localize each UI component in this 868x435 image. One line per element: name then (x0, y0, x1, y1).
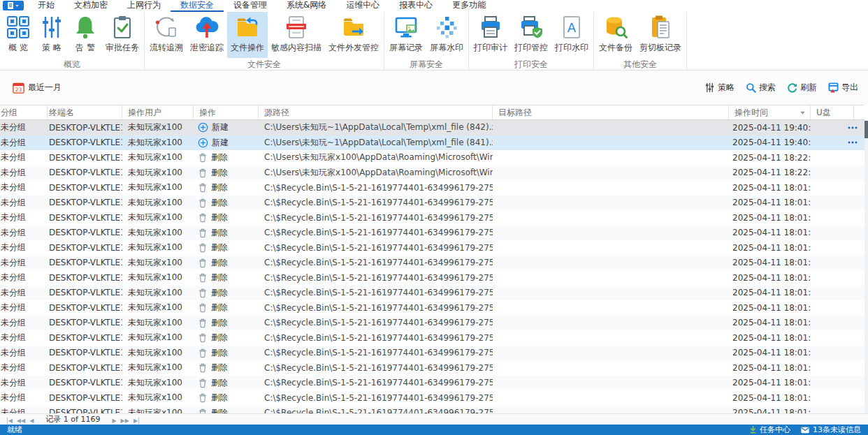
next-page-button[interactable]: ▶ (110, 418, 118, 424)
menu-tab-6[interactable]: 运维中心 (336, 0, 389, 12)
ribbon-item-4-1[interactable]: 剪切板记录 (636, 12, 685, 58)
ribbon-item-0-2[interactable]: 告 警 (68, 12, 102, 58)
ribbon-item-1-2[interactable]: 文件操作 (227, 12, 268, 58)
cell-group: 未分组 (0, 121, 48, 133)
table-row[interactable]: 未分组DESKTOP-VLKTLE1未知玩家x100删除C:\$Recycle.… (0, 300, 865, 316)
ribbon-group-label: 屏幕安全 (386, 58, 467, 72)
vertical-scrollbar[interactable] (865, 120, 868, 413)
cell-group: 未分组 (0, 362, 48, 374)
cell-source-path: C:\Users\未知玩~1\AppData\Local\Temp\xml_fi… (259, 137, 493, 149)
app-menu-button[interactable] (3, 1, 24, 10)
toolbar-action-label: 刷新 (800, 82, 817, 94)
first-page-button[interactable]: |◀ (4, 418, 15, 424)
cell-terminal: DESKTOP-VLKTLE1 (48, 378, 122, 388)
prev-page-button[interactable]: ◀ (27, 418, 36, 424)
ribbon-item-1-0[interactable]: 流转追溯 (146, 12, 187, 58)
cell-operation: 删除 (194, 212, 259, 223)
table-row[interactable]: 未分组DESKTOP-VLKTLE1未知玩家x100删除C:\$Recycle.… (0, 376, 865, 391)
ribbon-item-3-1[interactable]: 打印管控 (511, 12, 551, 58)
ribbon-item-0-1[interactable]: 策 略 (35, 12, 68, 58)
table-row[interactable]: 未分组DESKTOP-VLKTLE1未知玩家x100删除C:\Users\未知玩… (0, 165, 865, 181)
table-row[interactable]: 未分组DESKTOP-VLKTLE1未知玩家x100删除C:\$Recycle.… (0, 390, 865, 406)
cell-operation: 删除 (194, 332, 259, 344)
ribbon-item-2-1[interactable]: 屏幕水印 (426, 12, 467, 58)
table-row[interactable]: 未分组DESKTOP-VLKTLE1未知玩家x100删除C:\$Recycle.… (0, 196, 865, 211)
column-header-3[interactable]: 操作 (194, 105, 259, 119)
cell-user: 未知玩家x100 (122, 377, 194, 389)
menu-tab-5[interactable]: 系统&网络 (277, 0, 336, 12)
table-row[interactable]: 未分组DESKTOP-VLKTLE1未知玩家x100删除C:\$Recycle.… (0, 360, 865, 376)
menu-tab-3[interactable]: 数据安全 (171, 0, 224, 12)
last-page-button[interactable]: ▶| (131, 418, 142, 424)
ribbon-item-3-2[interactable]: A打印水印 (551, 12, 592, 58)
table-row[interactable]: 未分组DESKTOP-VLKTLE1未知玩家x100删除C:\$Recycle.… (0, 256, 865, 271)
table-row[interactable]: 未分组DESKTOP-VLKTLE1未知玩家x100删除C:\$Recycle.… (0, 316, 865, 331)
toolbar-action-1[interactable]: 搜索 (746, 82, 776, 94)
column-header-4[interactable]: 源路径 (259, 105, 493, 119)
date-range-label: 最近一月 (28, 82, 62, 94)
row-actions-menu-button[interactable] (846, 124, 860, 131)
ribbon-item-1-1[interactable]: 泄密追踪 (187, 12, 227, 58)
ribbon-item-0-0[interactable]: 概 览 (1, 12, 35, 58)
scrollbar-thumb[interactable] (865, 121, 868, 138)
next-fast-button[interactable]: ▶▶ (119, 418, 131, 424)
menu-tab-0[interactable]: 开始 (28, 0, 64, 12)
table-row[interactable]: 未分组DESKTOP-VLKTLE1未知玩家x100删除C:\$Recycle.… (0, 210, 865, 226)
operation-label: 删除 (211, 197, 228, 209)
table-body: 未分组DESKTOP-VLKTLE1未知玩家x100新建C:\Users\未知玩… (0, 120, 865, 413)
table-row[interactable]: 未分组DESKTOP-VLKTLE1未知玩家x100删除C:\$Recycle.… (0, 330, 865, 346)
unread-messages-button[interactable]: 13条未读信息 (800, 425, 861, 435)
app-logo-icon (5, 1, 22, 10)
row-actions-menu-button[interactable] (846, 140, 860, 146)
table-row[interactable]: 未分组DESKTOP-VLKTLE1未知玩家x100新建C:\Users\未知玩… (0, 135, 865, 151)
cell-source-path: C:\$Recycle.Bin\S-1-5-21-1619774401-6349… (259, 228, 493, 237)
table-row[interactable]: 未分组DESKTOP-VLKTLE1未知玩家x100删除C:\Users\未知玩… (0, 150, 865, 165)
ribbon-item-3-0[interactable]: 打印审计 (470, 12, 511, 58)
column-header-6[interactable]: 操作时间 (729, 105, 811, 119)
toolbar-action-3[interactable]: 导出 (828, 82, 858, 94)
table-row[interactable]: 未分组DESKTOP-VLKTLE1未知玩家x100删除C:\$Recycle.… (0, 180, 865, 196)
date-range-filter[interactable]: 23 最近一月 (13, 82, 62, 94)
menu-tab-2[interactable]: 上网行为 (117, 0, 171, 12)
operation-label: 新建 (212, 121, 229, 133)
menu-tab-8[interactable]: 更多功能 (442, 0, 496, 12)
table-row[interactable]: 未分组DESKTOP-VLKTLE1未知玩家x100删除C:\$Recycle.… (0, 346, 865, 361)
menu-tab-7[interactable]: 报表中心 (389, 0, 442, 12)
table-row[interactable]: 未分组DESKTOP-VLKTLE1未知玩家x100删除C:\$Recycle.… (0, 286, 865, 301)
cell-source-path: C:\$Recycle.Bin\S-1-5-21-1619774401-6349… (259, 408, 493, 413)
column-header-5[interactable]: 目标路径 (493, 105, 729, 119)
table-row[interactable]: 未分组DESKTOP-VLKTLE1未知玩家x100删除C:\$Recycle.… (0, 226, 865, 241)
trash-icon (198, 392, 208, 403)
cell-terminal: DESKTOP-VLKTLE1 (48, 243, 122, 253)
column-header-1[interactable]: 终端名 (48, 105, 122, 119)
prev-fast-button[interactable]: ◀◀ (15, 418, 27, 424)
table-row[interactable]: 未分组DESKTOP-VLKTLE1未知玩家x100删除C:\$Recycle.… (0, 406, 865, 414)
cell-time: 2025-04-11 18:22:13 (729, 153, 811, 163)
task-center-button[interactable]: 任务中心 (749, 425, 790, 435)
cell-terminal: DESKTOP-VLKTLE1 (48, 303, 122, 313)
menu-tab-1[interactable]: 文档加密 (64, 0, 117, 12)
table-row[interactable]: 未分组DESKTOP-VLKTLE1未知玩家x100新建C:\Users\未知玩… (0, 120, 865, 135)
operation-label: 删除 (211, 272, 228, 283)
column-header-2[interactable]: 操作用户 (122, 105, 194, 119)
column-header-7[interactable]: U盘 (811, 105, 854, 119)
cell-terminal: DESKTOP-VLKTLE1 (48, 123, 122, 133)
ribbon-item-0-3[interactable]: 审批任务 (102, 12, 143, 58)
ribbon-item-1-4[interactable]: 文件外发管控 (325, 12, 382, 58)
cell-source-path: C:\$Recycle.Bin\S-1-5-21-1619774401-6349… (259, 183, 493, 193)
menu-tab-4[interactable]: 设备管理 (224, 0, 277, 12)
column-header-0[interactable]: 分组 (0, 105, 48, 119)
cell-user: 未知玩家x100 (122, 152, 194, 163)
ribbon-item-1-3[interactable]: 敏感内容扫描 (268, 12, 325, 58)
toolbar-action-0[interactable]: 策略 (704, 82, 735, 94)
ribbon-item-label: 打印审计 (474, 42, 507, 54)
cell-source-path: C:\$Recycle.Bin\S-1-5-21-1619774401-6349… (259, 198, 493, 207)
ribbon-item-4-0[interactable]: 文件备份 (595, 12, 636, 58)
toolbar-action-2[interactable]: 刷新 (787, 82, 817, 94)
cell-user: 未知玩家x100 (122, 197, 194, 209)
pagination-right-buttons: ▶▶▶▶| (110, 415, 141, 425)
ribbon-item-2-0[interactable]: 屏幕记录 (386, 12, 426, 58)
cell-operation: 删除 (194, 242, 259, 253)
table-row[interactable]: 未分组DESKTOP-VLKTLE1未知玩家x100删除C:\$Recycle.… (0, 240, 865, 256)
table-row[interactable]: 未分组DESKTOP-VLKTLE1未知玩家x100删除C:\$Recycle.… (0, 270, 865, 286)
